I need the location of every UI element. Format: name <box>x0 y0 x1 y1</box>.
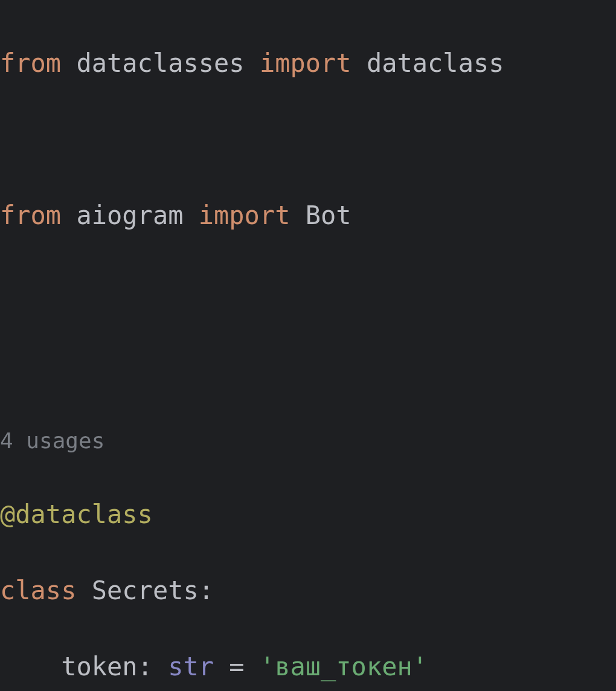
code-line: token: str = 'ваш_токен' <box>0 648 616 686</box>
code-line: @dataclass <box>0 495 616 533</box>
class-name: Secrets <box>92 576 199 605</box>
decorator: @dataclass <box>0 500 153 529</box>
field-name: token <box>61 652 137 681</box>
type-hint: str <box>168 652 214 681</box>
code-line: class Secrets: <box>0 571 616 609</box>
indent <box>0 652 61 681</box>
code-line: from dataclasses import dataclass <box>0 44 616 82</box>
colon: : <box>199 576 214 605</box>
module-name: dataclasses <box>76 48 244 78</box>
keyword-import: import <box>199 201 290 230</box>
keyword-import: import <box>260 48 351 78</box>
code-line: from aiogram import Bot <box>0 196 616 234</box>
equals: = <box>214 652 260 681</box>
module-name: aiogram <box>76 201 183 230</box>
empty-line <box>0 272 616 310</box>
imported-name: Bot <box>306 201 351 230</box>
empty-line <box>0 349 616 387</box>
string-literal: 'ваш_токен' <box>260 652 428 681</box>
empty-line <box>0 120 616 158</box>
imported-name: dataclass <box>367 48 504 78</box>
colon: : <box>138 652 168 681</box>
keyword-class: class <box>0 576 76 605</box>
keyword-from: from <box>0 48 61 78</box>
usages-hint[interactable]: 4 usages <box>0 425 616 457</box>
code-editor[interactable]: from dataclasses import dataclass from a… <box>0 6 616 691</box>
keyword-from: from <box>0 201 61 230</box>
